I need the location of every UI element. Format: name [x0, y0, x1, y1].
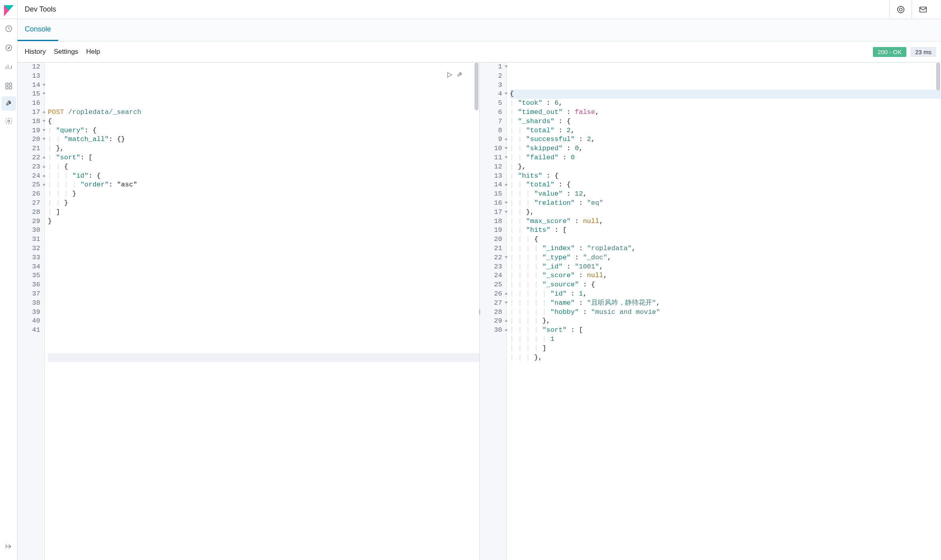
visualize-icon[interactable] — [0, 57, 18, 76]
svg-rect-5 — [9, 87, 12, 89]
settings-link[interactable]: Settings — [54, 48, 78, 56]
collapse-icon[interactable] — [0, 537, 18, 556]
management-icon[interactable] — [0, 112, 18, 131]
tabbar: Console — [18, 19, 941, 41]
run-icon[interactable] — [446, 71, 453, 78]
tab-console[interactable]: Console — [18, 19, 58, 41]
toolbar: History Settings Help 200 - OK 23 ms — [18, 41, 941, 62]
topbar: Dev Tools — [18, 0, 941, 19]
request-pane[interactable]: 1213141516171819202122232425262728293031… — [18, 63, 480, 560]
svg-rect-2 — [6, 83, 8, 86]
wrench-icon[interactable] — [456, 71, 463, 78]
svg-rect-4 — [6, 87, 8, 89]
scrollbar[interactable] — [936, 63, 940, 90]
svg-point-1 — [6, 45, 12, 51]
response-gutter: 1234567891011121314151617181920212223242… — [480, 63, 507, 560]
response-pane[interactable]: 1234567891011121314151617181920212223242… — [480, 63, 941, 560]
time-badge: 23 ms — [910, 47, 936, 57]
svg-point-7 — [897, 6, 904, 13]
kibana-logo[interactable] — [0, 2, 18, 19]
page-title: Dev Tools — [25, 5, 56, 14]
help-icon[interactable] — [889, 0, 912, 19]
svg-point-6 — [8, 120, 10, 122]
response-viewer: {| "took" : 6,| "timed_out" : false,| "_… — [507, 63, 941, 560]
history-link[interactable]: History — [25, 48, 46, 56]
status-badge: 200 - OK — [873, 47, 906, 57]
svg-rect-9 — [919, 7, 926, 12]
devtools-icon[interactable] — [2, 96, 16, 111]
feedback-icon[interactable] — [912, 0, 934, 19]
svg-point-8 — [899, 8, 902, 11]
request-gutter: 1213141516171819202122232425262728293031… — [18, 63, 45, 560]
sidebar — [0, 0, 18, 560]
dashboard-icon[interactable] — [0, 76, 18, 96]
discover-icon[interactable] — [0, 38, 18, 57]
svg-rect-3 — [9, 83, 12, 86]
help-link[interactable]: Help — [86, 48, 100, 56]
splitter-handle[interactable]: || — [479, 309, 480, 314]
request-editor[interactable]: POST /ropledata/_search{| "query": {| | … — [45, 63, 479, 560]
recent-icon[interactable] — [0, 19, 18, 38]
scrollbar[interactable] — [474, 63, 478, 110]
